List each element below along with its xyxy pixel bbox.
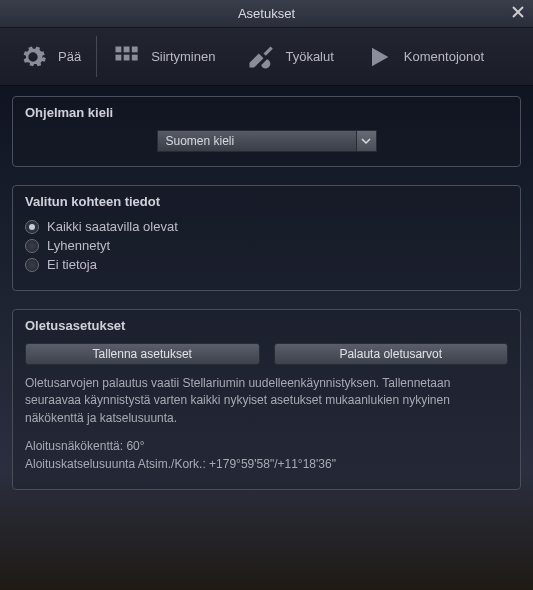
svg-rect-2 [132,46,138,52]
close-button[interactable] [509,4,527,22]
group-language: Ohjelman kieli Suomen kieli [12,96,521,167]
tab-main[interactable]: Pää [12,28,87,85]
radio-icon [25,239,39,253]
radio-label-all: Kaikki saatavilla olevat [47,219,178,234]
svg-rect-0 [116,46,122,52]
group-selected-info: Valitun kohteen tiedot Kaikki saatavilla… [12,185,521,291]
tab-scripts[interactable]: Komentojonot [358,28,490,85]
gear-icon [18,42,48,72]
close-icon [512,6,524,21]
tab-main-label: Pää [58,49,81,64]
svg-rect-1 [124,46,130,52]
svg-rect-3 [116,54,122,60]
tab-navigation-label: Siirtyminen [151,49,215,64]
window-title: Asetukset [238,6,295,21]
grid-icon [111,42,141,72]
group-selected-info-title: Valitun kohteen tiedot [25,194,508,209]
play-icon [364,42,394,72]
tab-tools[interactable]: Työkalut [239,28,339,85]
language-select[interactable]: Suomen kieli [157,130,377,152]
save-settings-button[interactable]: Tallenna asetukset [25,343,260,365]
radio-option-none[interactable]: Ei tietoja [25,257,508,272]
tab-navigation[interactable]: Siirtyminen [105,28,221,85]
group-language-title: Ohjelman kieli [25,105,508,120]
group-defaults-title: Oletusasetukset [25,318,508,333]
content-area: Ohjelman kieli Suomen kieli Valitun koht… [0,86,533,590]
tools-icon [245,42,275,72]
svg-rect-5 [132,54,138,60]
svg-rect-4 [124,54,130,60]
language-select-value: Suomen kieli [158,134,356,148]
startup-fov-line: Aloitusnäkökenttä: 60° [25,439,508,453]
radio-icon [25,258,39,272]
startup-direction-line: Aloituskatselusuunta Atsim./Kork.: +179°… [25,457,508,471]
radio-option-all[interactable]: Kaikki saatavilla olevat [25,219,508,234]
titlebar: Asetukset [0,0,533,28]
tab-scripts-label: Komentojonot [404,49,484,64]
radio-label-short: Lyhennetyt [47,238,110,253]
defaults-description: Oletusarvojen palautus vaatii Stellarium… [25,375,508,427]
restore-defaults-label: Palauta oletusarvot [339,347,442,361]
radio-icon [25,220,39,234]
restore-defaults-button[interactable]: Palauta oletusarvot [274,343,509,365]
settings-window: Asetukset Pää Siirtyminen Työkalut [0,0,533,590]
radio-label-none: Ei tietoja [47,257,97,272]
chevron-down-icon [356,131,376,151]
save-settings-label: Tallenna asetukset [93,347,192,361]
radio-option-short[interactable]: Lyhennetyt [25,238,508,253]
tab-bar: Pää Siirtyminen Työkalut Komentojonot [0,28,533,86]
tab-tools-label: Työkalut [285,49,333,64]
group-defaults: Oletusasetukset Tallenna asetukset Palau… [12,309,521,490]
